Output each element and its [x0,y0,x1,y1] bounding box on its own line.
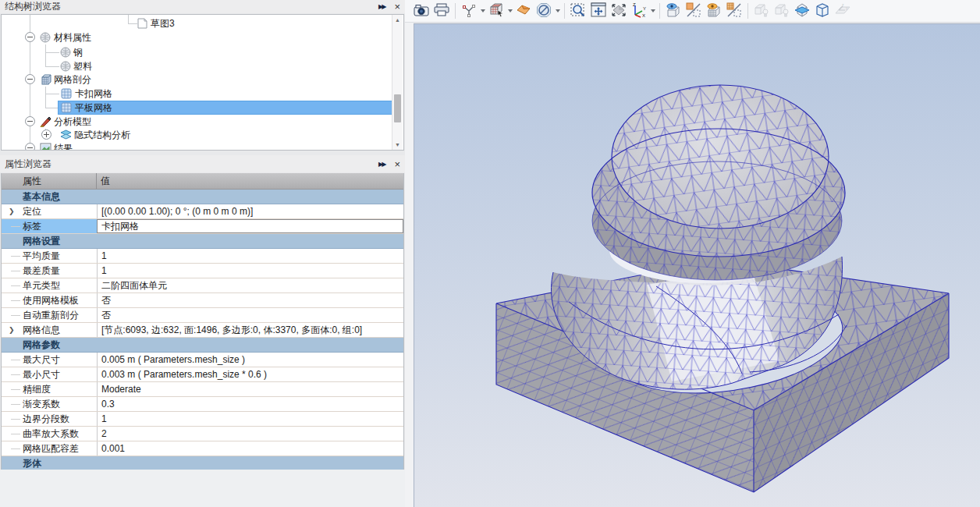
chevron-right-icon[interactable]: ❯ [9,326,15,334]
section-basic-info: 基本信息 [2,190,403,204]
measure-probe-button[interactable] [459,1,479,21]
row-tick [11,360,20,360]
property-grid: 属性 值 基本信息 ❯ 定位 [(0.00 0.00 1.00); 0 °; (… [1,173,404,487]
row-tick [11,448,20,449]
property-panel-title: 属性浏览器 [5,158,51,171]
row-tick [11,285,20,286]
scrollbar-thumb[interactable] [394,94,401,122]
tree-item-snap-mesh[interactable]: 卡扣网格 [2,87,403,101]
light-body-2-button[interactable] [772,1,792,21]
scroll-down-icon[interactable]: ▼ [392,140,403,150]
toolbar-separator [455,3,456,19]
tree-item-mesh-partition[interactable]: 网格剖分 [2,73,403,87]
property-row[interactable]: 最差质量1 [2,264,403,278]
suppress-button[interactable] [534,1,554,21]
property-row[interactable]: 曲率放大系数2 [2,427,403,441]
property-row[interactable]: 最小尺寸0.003 m ( Parameters.mesh_size * 0.6… [2,367,403,382]
property-row[interactable]: 单元类型二阶四面体单元 [2,278,403,293]
row-tick [11,226,20,227]
collapse-expander-icon[interactable] [25,143,35,151]
collapse-expander-icon[interactable] [25,116,35,126]
hide-mesh-icon [726,2,742,20]
toolbar-separator [564,3,565,19]
light-body-1-button[interactable] [751,1,772,21]
hide-mesh-button[interactable] [724,1,744,21]
screenshot-button[interactable] [411,1,431,21]
svg-text:Z: Z [633,2,636,7]
tree-item-steel[interactable]: 钢 [2,45,403,59]
hide-body-icon [686,2,701,20]
property-row[interactable]: 自动重新剖分否 [2,308,403,323]
deform-tool-button[interactable] [513,1,534,21]
measure-probe-dropdown[interactable] [479,1,486,21]
material-sphere-icon [60,47,71,58]
tree-item-material[interactable]: 材料属性 [2,30,403,44]
pan-icon [591,2,606,20]
tree-panel-titlebar: 结构树浏览器 ▶▶ × [0,0,405,13]
svg-text:Y: Y [643,6,646,11]
tree-item-sketch3[interactable]: 草图3 [2,16,403,30]
property-row[interactable]: 边界分段数1 [2,412,403,427]
tree-item-plastic[interactable]: 塑料 [2,59,403,73]
property-row[interactable]: 网格匹配容差0.001 [2,441,403,456]
property-collapse-icon[interactable]: ▶▶ [378,161,385,168]
zoom-window-button[interactable] [568,1,588,21]
label-value-input[interactable]: 卡扣网格 [97,219,403,233]
tree-item-implicit-analysis[interactable]: 隐式结构分析 [2,128,403,142]
mesh-model-canvas[interactable] [414,24,980,507]
probe-icon [462,3,476,20]
row-tick [11,300,20,301]
viewport-3d[interactable] [414,23,980,507]
view-orientation-dropdown[interactable] [649,1,656,21]
tree-collapse-icon[interactable]: ▶▶ [378,3,385,10]
chevron-right-icon[interactable]: ❯ [9,207,15,215]
cube-bulb-icon [753,2,770,20]
tree-item-results[interactable]: 结果 [2,141,403,151]
analysis-model-icon [40,116,51,127]
show-geometry-button[interactable] [663,1,684,21]
property-close-icon[interactable]: × [394,159,400,169]
expand-expander-icon[interactable] [41,129,51,140]
property-row-selected[interactable]: 标签 卡扣网格 [2,219,403,234]
mesh-item-icon [61,88,72,99]
pan-button[interactable] [588,1,609,21]
zoom-extents-button[interactable] [609,1,629,21]
work-plane-button[interactable]: zy [833,1,853,21]
orange-sweep-icon [516,3,531,19]
property-row[interactable]: ❯ 定位 [(0.00 0.00 1.00); 0 °; (0 m 0 m 0 … [2,204,403,219]
mesh-select-button[interactable] [486,1,506,21]
suppress-dropdown[interactable] [554,1,561,21]
viewport-toolbar: ZYX zy [405,0,980,23]
collapse-expander-icon[interactable] [25,74,35,84]
tree-panel-title: 结构树浏览器 [5,0,61,13]
section-mesh-parameters: 网格参数 [2,338,403,353]
row-tick [11,389,20,390]
cube-bulb-icon [773,2,790,20]
column-header-property: 属性 [2,173,97,189]
property-row[interactable]: ❯ 网格信息[节点:6093, 边:632, 面:1496, 多边形:0, 体:… [2,323,403,338]
clip-plane-button[interactable] [792,1,812,21]
tree-scrollbar[interactable]: ▲ ▼ [392,15,403,150]
box-section-button[interactable] [812,1,833,21]
tree-item-analysis-model[interactable]: 分析模型 [2,115,403,129]
show-mesh-button[interactable] [704,1,724,21]
property-row[interactable]: 渐变系数0.3 [2,397,403,412]
view-orientation-button[interactable]: ZYX [629,1,649,21]
axis-triad-icon: ZYX [630,2,648,20]
property-row[interactable]: 精细度Moderate [2,382,403,397]
property-row[interactable]: 平均质量1 [2,249,403,264]
box-section-icon [814,2,831,20]
collapse-expander-icon[interactable] [25,32,35,42]
scroll-up-icon[interactable]: ▲ [392,15,403,25]
print-button[interactable] [431,1,452,21]
property-row[interactable]: 使用网格模板否 [2,293,403,308]
tree-close-icon[interactable]: × [394,2,400,12]
property-row[interactable]: 最大尺寸0.005 m ( Parameters.mesh_size ) [2,353,403,367]
mesh-partition-icon [40,74,51,85]
zoom-extents-icon [610,2,627,20]
mesh-select-dropdown[interactable] [506,1,513,21]
hide-geometry-button[interactable] [684,1,704,21]
toolbar-separator [659,3,660,19]
zoom-window-icon [570,2,586,20]
tree-item-plate-mesh[interactable]: 平板网格 [2,101,403,115]
